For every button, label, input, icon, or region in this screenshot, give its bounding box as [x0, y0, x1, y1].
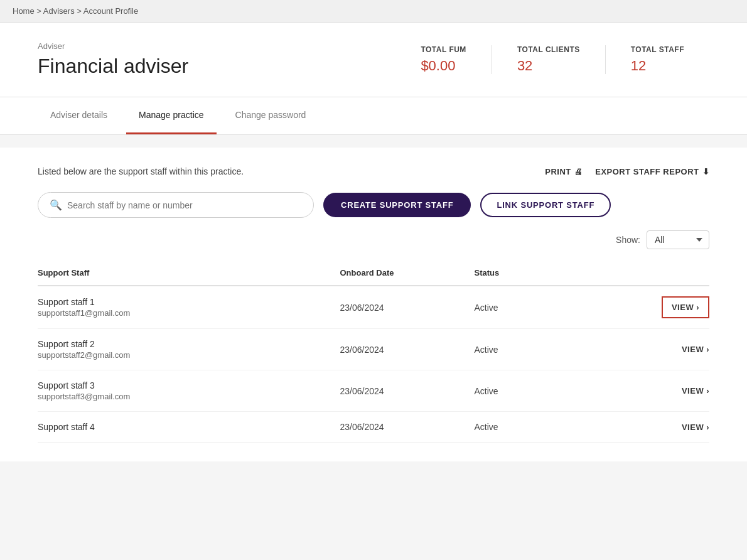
- stat-total-staff: TOTAL STAFF 12: [605, 45, 709, 74]
- action-cell: VIEW ›: [609, 412, 710, 443]
- search-input[interactable]: [67, 200, 302, 210]
- view-label: VIEW: [672, 303, 694, 312]
- chevron-right-icon: ›: [706, 423, 709, 432]
- header-left: Adviser Financial adviser: [38, 41, 188, 78]
- tabs-container: Adviser details Manage practice Change p…: [38, 97, 709, 134]
- status-cell: Active: [475, 370, 609, 412]
- onboard-date-cell: 23/06/2024: [340, 286, 475, 329]
- breadcrumb-current: Account Profile: [83, 6, 138, 16]
- staff-name: Support staff 4: [38, 422, 340, 432]
- tab-adviser-details[interactable]: Adviser details: [38, 97, 120, 134]
- tab-change-password[interactable]: Change password: [223, 97, 319, 134]
- action-links: PRINT 🖨 EXPORT STAFF REPORT ⬇: [545, 167, 709, 176]
- show-select[interactable]: All Active Inactive: [647, 230, 709, 249]
- staff-cell: Support staff 2supportstaff2@gmail.com: [38, 329, 340, 370]
- description-row: Listed below are the support staff withi…: [38, 166, 709, 176]
- view-label: VIEW: [682, 423, 704, 432]
- table-row: Support staff 2supportstaff2@gmail.com23…: [38, 329, 709, 370]
- header-section: Adviser Financial adviser TOTAL FUM $0.0…: [0, 23, 747, 97]
- chevron-right-icon: ›: [706, 345, 709, 354]
- create-support-staff-button[interactable]: CREATE SUPPORT STAFF: [323, 193, 471, 217]
- staff-email: supportstaff1@gmail.com: [38, 308, 340, 318]
- search-icon: 🔍: [50, 199, 62, 211]
- onboard-date-cell: 23/06/2024: [340, 370, 475, 412]
- search-box[interactable]: 🔍: [38, 192, 314, 218]
- action-cell: VIEW ›: [609, 286, 710, 329]
- table-row: Support staff 3supportstaff3@gmail.com23…: [38, 370, 709, 412]
- controls-row: 🔍 CREATE SUPPORT STAFF LINK SUPPORT STAF…: [38, 192, 709, 218]
- view-label: VIEW: [682, 345, 704, 354]
- col-header-action: [609, 262, 710, 286]
- stat-total-clients: TOTAL CLIENTS 32: [492, 45, 605, 74]
- staff-table: Support Staff Onboard Date Status Suppor…: [38, 262, 709, 443]
- action-cell: VIEW ›: [609, 329, 710, 370]
- staff-cell: Support staff 1supportstaff1@gmail.com: [38, 286, 340, 329]
- adviser-label: Adviser: [38, 41, 188, 51]
- staff-name: Support staff 1: [38, 297, 340, 307]
- print-link[interactable]: PRINT 🖨: [545, 167, 583, 176]
- col-header-onboard: Onboard Date: [340, 262, 475, 286]
- main-content: Listed below are the support staff withi…: [0, 148, 747, 461]
- export-label: EXPORT STAFF REPORT: [595, 167, 699, 176]
- staff-cell: Support staff 4: [38, 412, 340, 443]
- breadcrumb-sep-1: >: [36, 6, 43, 16]
- adviser-name: Financial adviser: [38, 55, 188, 78]
- table-row: Support staff 1supportstaff1@gmail.com23…: [38, 286, 709, 329]
- stat-clients-label: TOTAL CLIENTS: [517, 45, 580, 54]
- action-cell: VIEW ›: [609, 370, 710, 412]
- stat-fum-value: $0.00: [421, 58, 466, 74]
- breadcrumb-home[interactable]: Home: [13, 6, 35, 16]
- col-header-staff: Support Staff: [38, 262, 340, 286]
- staff-name: Support staff 3: [38, 380, 340, 390]
- view-button[interactable]: VIEW ›: [609, 423, 710, 432]
- staff-email: supportstaff3@gmail.com: [38, 392, 340, 401]
- table-row: Support staff 423/06/2024ActiveVIEW ›: [38, 412, 709, 443]
- status-cell: Active: [475, 286, 609, 329]
- download-icon: ⬇: [702, 167, 710, 176]
- status-cell: Active: [475, 329, 609, 370]
- breadcrumb: Home > Advisers > Account Profile: [0, 0, 747, 23]
- status-cell: Active: [475, 412, 609, 443]
- onboard-date-cell: 23/06/2024: [340, 329, 475, 370]
- description-text: Listed below are the support staff withi…: [38, 166, 244, 176]
- tab-manage-practice[interactable]: Manage practice: [126, 97, 217, 134]
- export-link[interactable]: EXPORT STAFF REPORT ⬇: [595, 167, 709, 176]
- stat-staff-label: TOTAL STAFF: [631, 45, 684, 54]
- view-button[interactable]: VIEW ›: [609, 386, 710, 396]
- show-label: Show:: [616, 235, 640, 245]
- print-icon: 🖨: [574, 167, 583, 176]
- view-button[interactable]: VIEW ›: [609, 345, 710, 354]
- breadcrumb-advisers[interactable]: Advisers: [43, 6, 75, 16]
- stat-total-fum: TOTAL FUM $0.00: [395, 45, 492, 74]
- staff-cell: Support staff 3supportstaff3@gmail.com: [38, 370, 340, 412]
- breadcrumb-sep-2: >: [77, 6, 83, 16]
- print-label: PRINT: [545, 167, 571, 176]
- chevron-right-icon: ›: [696, 303, 699, 312]
- staff-email: supportstaff2@gmail.com: [38, 350, 340, 360]
- header-stats: TOTAL FUM $0.00 TOTAL CLIENTS 32 TOTAL S…: [395, 45, 709, 74]
- onboard-date-cell: 23/06/2024: [340, 412, 475, 443]
- link-support-staff-button[interactable]: LINK SUPPORT STAFF: [480, 193, 611, 217]
- show-row: Show: All Active Inactive: [38, 230, 709, 249]
- stat-fum-label: TOTAL FUM: [421, 45, 466, 54]
- view-label: VIEW: [682, 386, 704, 396]
- col-header-status: Status: [475, 262, 609, 286]
- staff-name: Support staff 2: [38, 339, 340, 349]
- table-header-row: Support Staff Onboard Date Status: [38, 262, 709, 286]
- view-button[interactable]: VIEW ›: [662, 296, 709, 318]
- tab-section: Adviser details Manage practice Change p…: [0, 97, 747, 135]
- chevron-right-icon: ›: [706, 386, 709, 396]
- stat-staff-value: 12: [631, 58, 684, 74]
- stat-clients-value: 32: [517, 58, 580, 74]
